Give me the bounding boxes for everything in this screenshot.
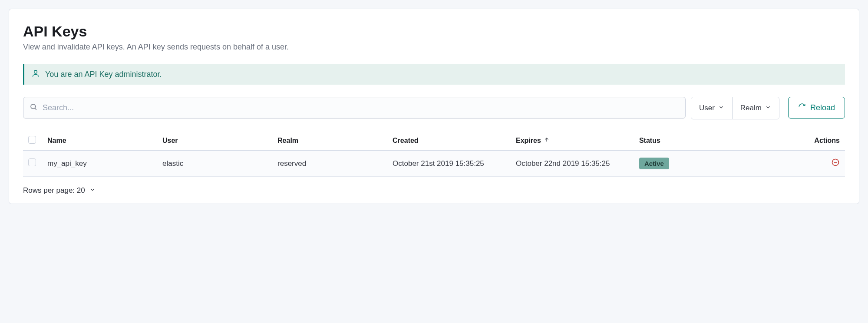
col-expires-label: Expires	[516, 137, 541, 145]
cell-name: my_api_key	[42, 150, 157, 177]
page-subtitle: View and invalidate API keys. An API key…	[23, 43, 845, 52]
filter-user-label: User	[699, 104, 715, 112]
cell-status: Active	[634, 150, 749, 177]
filter-realm-label: Realm	[740, 104, 762, 112]
chevron-down-icon	[89, 186, 96, 195]
svg-point-0	[34, 70, 37, 73]
user-icon	[31, 69, 40, 79]
cell-user: elastic	[157, 150, 272, 177]
col-header-created[interactable]: Created	[387, 132, 511, 150]
col-header-realm[interactable]: Realm	[272, 132, 387, 150]
select-all-checkbox[interactable]	[28, 136, 36, 144]
col-header-actions: Actions	[749, 132, 845, 150]
admin-callout: You are an API Key administrator.	[23, 64, 845, 85]
invalidate-button[interactable]	[831, 158, 840, 169]
svg-point-1	[31, 104, 36, 109]
search-icon	[30, 103, 37, 112]
svg-line-2	[35, 108, 36, 109]
sort-asc-icon	[544, 137, 550, 145]
callout-text: You are an API Key administrator.	[45, 70, 162, 79]
cell-created: October 21st 2019 15:35:25	[387, 150, 511, 177]
filter-user-button[interactable]: User	[691, 97, 733, 119]
rows-per-page-button[interactable]: Rows per page: 20	[23, 186, 845, 195]
cell-expires: October 22nd 2019 15:35:25	[511, 150, 634, 177]
chevron-down-icon	[765, 104, 771, 112]
search-input[interactable]	[42, 103, 679, 113]
api-keys-table: Name User Realm Created Expires Status A…	[23, 132, 845, 177]
reload-icon	[798, 103, 806, 113]
col-header-name[interactable]: Name	[42, 132, 157, 150]
table-row: my_api_key elastic reserved October 21st…	[23, 150, 845, 177]
search-wrap[interactable]	[23, 97, 686, 119]
filter-realm-button[interactable]: Realm	[733, 97, 779, 119]
cell-realm: reserved	[272, 150, 387, 177]
page-title: API Keys	[23, 23, 845, 40]
status-badge: Active	[639, 158, 669, 169]
reload-button[interactable]: Reload	[788, 97, 845, 119]
reload-label: Reload	[810, 103, 835, 112]
col-header-status[interactable]: Status	[634, 132, 749, 150]
filter-group: User Realm	[691, 97, 779, 119]
rows-per-page-label: Rows per page: 20	[23, 186, 85, 195]
chevron-down-icon	[718, 104, 724, 112]
col-header-expires[interactable]: Expires	[511, 132, 634, 150]
minus-circle-icon	[831, 158, 840, 169]
row-checkbox[interactable]	[28, 158, 36, 166]
api-keys-panel: API Keys View and invalidate API keys. A…	[9, 9, 859, 204]
col-header-user[interactable]: User	[157, 132, 272, 150]
toolbar: User Realm Reload	[23, 97, 845, 119]
